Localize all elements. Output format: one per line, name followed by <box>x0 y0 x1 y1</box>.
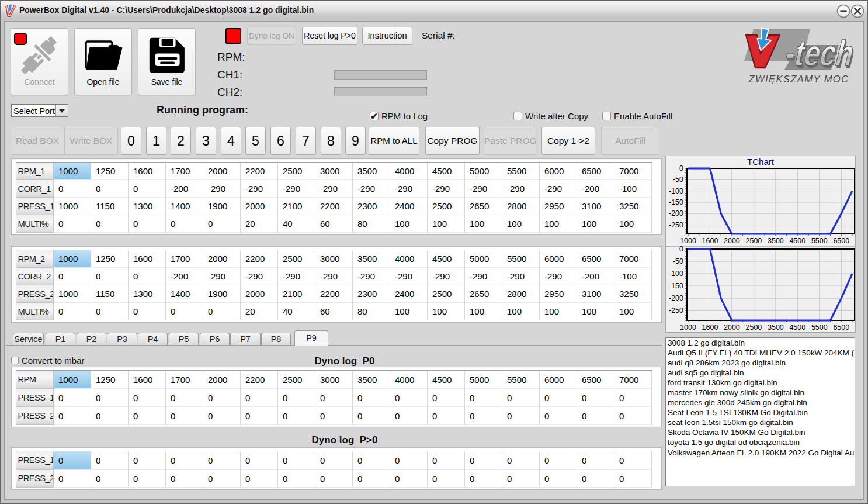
svg-text:4500: 4500 <box>789 323 805 332</box>
svg-text:-250: -250 <box>669 306 683 315</box>
svg-text:-100: -100 <box>669 187 683 195</box>
svg-text:-250: -250 <box>669 221 683 229</box>
svg-text:2500: 2500 <box>745 323 762 332</box>
svg-text:6500: 6500 <box>833 323 849 332</box>
svg-text:-200: -200 <box>669 294 683 302</box>
svg-text:3500: 3500 <box>768 323 784 332</box>
svg-text:-150: -150 <box>669 282 683 290</box>
svg-text:-100: -100 <box>669 270 683 278</box>
svg-text:-50: -50 <box>673 175 683 184</box>
svg-text:2000: 2000 <box>724 323 740 332</box>
svg-text:5500: 5500 <box>811 323 828 332</box>
svg-text:0: 0 <box>679 245 683 253</box>
svg-text:1000: 1000 <box>680 323 696 332</box>
svg-text:-tech: -tech <box>782 33 855 73</box>
svg-text:-50: -50 <box>673 257 683 265</box>
svg-text:0: 0 <box>679 164 683 172</box>
svg-text:-150: -150 <box>669 198 683 206</box>
svg-text:-200: -200 <box>669 209 683 218</box>
svg-text:ZWIĘKSZAMY MOC: ZWIĘKSZAMY MOC <box>748 74 849 85</box>
svg-text:1600: 1600 <box>702 323 718 332</box>
